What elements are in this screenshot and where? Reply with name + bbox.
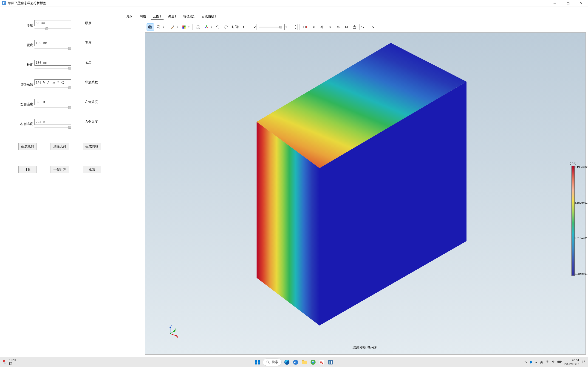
action-button[interactable]: 计算	[18, 166, 37, 173]
param-slider[interactable]	[35, 86, 71, 90]
tab[interactable]: 云线曲线1	[199, 14, 218, 20]
tray-wifi-icon[interactable]	[545, 360, 549, 364]
taskbar-thisapp-icon[interactable]	[327, 359, 334, 366]
tray-ime-icon[interactable]: 英	[540, 360, 543, 364]
param-label-right: 右侧温度	[71, 119, 99, 124]
minimize-button[interactable]: ─	[548, 0, 561, 6]
clock-time: 20:51	[564, 359, 579, 362]
camera-icon[interactable]	[147, 23, 154, 31]
param-label-left: 长度	[18, 63, 35, 67]
tray-onedrive-icon[interactable]: ☁	[535, 360, 538, 364]
grid-select-icon[interactable]	[195, 23, 202, 31]
axis-icon[interactable]	[203, 23, 210, 31]
brush-dropdown-caret[interactable]: ▼	[176, 26, 179, 28]
windows-taskbar: 1 10°C 阴 搜索 e W ヘ ⬢ ☁ 英	[0, 357, 588, 367]
taskbar-chrome-icon[interactable]	[310, 359, 317, 366]
action-button[interactable]: 生成网格	[83, 143, 101, 150]
svg-line-48	[268, 363, 269, 364]
svg-rect-66	[558, 361, 561, 362]
svg-text:1: 1	[4, 360, 5, 362]
frame-spinner[interactable]: ▲▼	[284, 24, 297, 30]
taskbar-explorer-icon[interactable]	[301, 359, 308, 366]
action-button[interactable]: 生成几何	[18, 143, 37, 150]
action-button[interactable]: 退出	[83, 166, 101, 173]
taskbar-search[interactable]: 搜索	[263, 359, 282, 366]
record-icon[interactable]	[301, 23, 309, 31]
param-row-5: 右侧温度 右侧温度	[18, 119, 110, 129]
start-button[interactable]	[254, 359, 261, 366]
frame-value-input[interactable]	[285, 24, 294, 30]
skip-last-icon[interactable]	[343, 23, 350, 31]
param-label-right: 宽度	[71, 40, 99, 45]
tab[interactable]: 云图1	[151, 14, 164, 20]
svg-text:x: x	[177, 336, 178, 338]
svg-point-3	[157, 25, 159, 28]
zoom-icon[interactable]	[155, 23, 162, 31]
svg-text:e: e	[294, 360, 296, 364]
brush-icon[interactable]	[169, 23, 176, 31]
svg-rect-52	[302, 361, 307, 364]
axis-dropdown-caret[interactable]: ▼	[210, 26, 213, 28]
svg-rect-61	[331, 361, 332, 364]
param-input[interactable]	[35, 40, 71, 46]
step-forward-icon[interactable]	[334, 23, 342, 31]
taskbar-wps-icon[interactable]: W	[318, 359, 325, 366]
param-slider[interactable]	[35, 125, 71, 129]
tray-volume-icon[interactable]	[552, 360, 555, 364]
play-icon[interactable]	[326, 23, 334, 31]
action-buttons-row-1: 生成几何清除几何生成网格	[18, 143, 110, 150]
weather-temp: 10°C	[9, 358, 16, 362]
tab[interactable]: 等值线1	[181, 14, 197, 20]
rotate-cw-icon[interactable]	[222, 23, 230, 31]
action-button[interactable]: 一键计算	[51, 166, 69, 173]
maximize-button[interactable]: ▢	[561, 0, 575, 6]
param-slider[interactable]	[35, 46, 71, 50]
rotate-ccw-icon[interactable]	[214, 23, 221, 31]
colorbar-var: T	[572, 158, 574, 161]
action-button[interactable]: 清除几何	[51, 143, 69, 150]
axis-triad-icon: z x y	[166, 325, 179, 338]
tab[interactable]: 几何	[124, 14, 135, 20]
weather-desc: 阴	[9, 362, 16, 366]
viewport[interactable]: z x y 结果模型:热分析 T ( °C )	[145, 32, 586, 355]
view-tabs: 几何网格云图1矢量1等值线1云线曲线1	[120, 13, 586, 20]
tab[interactable]: 网格	[137, 14, 148, 20]
svg-rect-9	[182, 27, 184, 29]
param-input[interactable]	[35, 99, 71, 105]
param-input[interactable]	[35, 20, 71, 26]
cube-dropdown-caret[interactable]: ▼	[187, 26, 191, 28]
time-select[interactable]: 1	[241, 24, 257, 30]
cube-color-icon[interactable]	[180, 23, 188, 31]
time-slider[interactable]	[259, 25, 282, 29]
taskbar-weather[interactable]: 1 10°C 阴	[3, 358, 16, 366]
frame-up[interactable]: ▲	[294, 24, 297, 27]
zoom-dropdown-caret[interactable]: ▼	[162, 26, 165, 28]
step-back-icon[interactable]	[318, 23, 325, 31]
param-slider[interactable]	[35, 27, 71, 31]
param-label-left: 厚度	[18, 23, 35, 27]
tray-notifications-icon[interactable]	[582, 360, 585, 364]
tray-bluetooth-icon[interactable]: ⬢	[529, 360, 532, 364]
param-input[interactable]	[35, 60, 71, 66]
param-input[interactable]	[35, 119, 71, 125]
tray-overflow-icon[interactable]: ヘ	[524, 360, 527, 364]
speed-select[interactable]: 1x	[359, 24, 375, 30]
taskbar-edge-icon[interactable]	[284, 359, 290, 366]
tab[interactable]: 矢量1	[166, 14, 179, 20]
colorbar-label-2: 8.652e+01	[574, 201, 588, 204]
param-row-1: 宽度 宽度	[18, 40, 110, 50]
param-slider[interactable]	[35, 66, 71, 70]
param-input[interactable]	[35, 79, 71, 85]
tray-battery-icon[interactable]	[557, 360, 562, 364]
svg-text:y: y	[175, 327, 176, 330]
param-slider[interactable]	[35, 106, 71, 110]
svg-rect-65	[561, 361, 562, 362]
svg-marker-24	[345, 26, 347, 28]
frame-down[interactable]: ▼	[294, 27, 297, 30]
taskbar-edge-legacy-icon[interactable]: e	[292, 359, 299, 366]
svg-point-1	[149, 27, 151, 28]
skip-first-icon[interactable]	[310, 23, 317, 31]
tray-clock[interactable]: 20:51 2022/12/15	[564, 359, 579, 366]
close-button[interactable]: ✕	[575, 0, 588, 6]
export-icon[interactable]	[351, 23, 358, 31]
